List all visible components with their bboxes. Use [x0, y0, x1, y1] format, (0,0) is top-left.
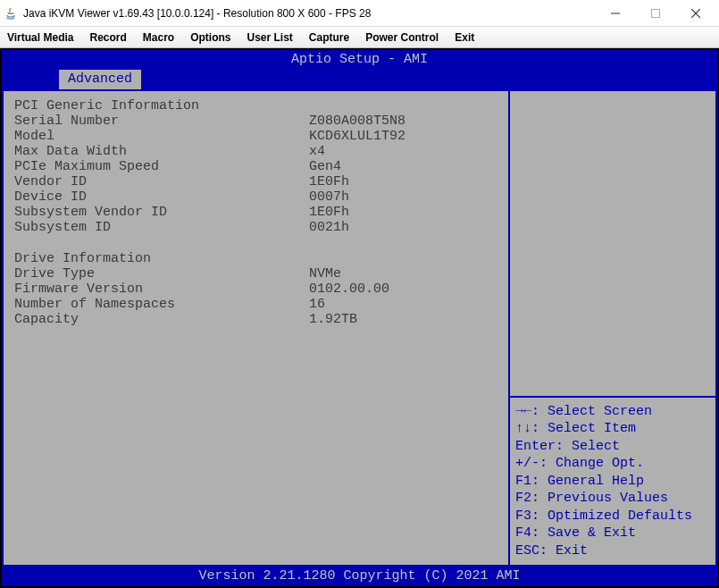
value-pcie-speed: Gen4: [309, 159, 497, 174]
value-model: KCD6XLUL1T92: [309, 129, 497, 144]
value-max-data-width: x4: [309, 144, 497, 159]
help-esc: ESC: Exit: [515, 542, 710, 560]
menu-macro[interactable]: Macro: [143, 31, 174, 44]
row-model: ModelKCD6XLUL1T92: [14, 129, 497, 144]
menu-user-list[interactable]: User List: [247, 31, 292, 44]
bios-help-top: [510, 91, 715, 396]
value-vendor-id: 1E0Fh: [309, 174, 497, 189]
label-serial-number: Serial Number: [14, 113, 309, 129]
window-titlebar: Java iKVM Viewer v1.69.43 [10.0.0.124] -…: [0, 0, 719, 27]
bios-main-panel: PCI Generic Information Serial NumberZ08…: [4, 91, 508, 565]
row-namespaces: Number of Namespaces16: [14, 297, 497, 312]
label-device-id: Device ID: [14, 189, 309, 205]
bios-header: Aptio Setup - AMI: [2, 50, 717, 70]
row-capacity: Capacity1.92TB: [14, 312, 497, 327]
row-drive-type: Drive TypeNVMe: [14, 266, 497, 281]
tab-advanced[interactable]: Advanced: [59, 70, 141, 89]
help-f1: F1: General Help: [515, 473, 710, 491]
label-subsys-id: Subsystem ID: [14, 220, 309, 235]
label-max-data-width: Max Data Width: [14, 144, 309, 159]
menu-capture[interactable]: Capture: [309, 31, 349, 44]
bios-side-panel: →←: Select Screen ↑↓: Select Item Enter:…: [508, 91, 715, 565]
java-icon: [4, 6, 18, 21]
help-select-item: ↑↓: Select Item: [515, 420, 710, 438]
maximize-button[interactable]: [635, 1, 675, 26]
row-pcie-speed: PCIe Maximum SpeedGen4: [14, 159, 497, 174]
value-subsys-id: 0021h: [309, 220, 497, 235]
row-vendor-id: Vendor ID1E0Fh: [14, 174, 497, 189]
value-namespaces: 16: [309, 297, 497, 312]
help-f2: F2: Previous Values: [515, 490, 710, 508]
minimize-icon: [611, 9, 620, 18]
menu-record[interactable]: Record: [89, 31, 126, 44]
label-namespaces: Number of Namespaces: [14, 297, 309, 312]
help-select-screen: →←: Select Screen: [515, 403, 710, 421]
drive-section-title: Drive Information: [14, 251, 497, 266]
svg-rect-1: [651, 9, 659, 17]
label-drive-type: Drive Type: [14, 266, 309, 281]
menu-exit[interactable]: Exit: [455, 31, 474, 44]
value-capacity: 1.92TB: [309, 312, 497, 327]
label-capacity: Capacity: [14, 312, 309, 327]
maximize-icon: [651, 9, 660, 18]
row-serial-number: Serial NumberZ080A008T5N8: [14, 113, 497, 129]
bios-help-keys: →←: Select Screen ↑↓: Select Item Enter:…: [510, 396, 715, 566]
label-firmware: Firmware Version: [14, 281, 309, 297]
help-enter: Enter: Select: [515, 438, 710, 456]
bios-tabs: Advanced: [2, 70, 717, 89]
window-title: Java iKVM Viewer v1.69.43 [10.0.0.124] -…: [23, 7, 595, 20]
row-max-data-width: Max Data Widthx4: [14, 144, 497, 159]
help-f4: F4: Save & Exit: [515, 525, 710, 542]
window-controls: [595, 1, 715, 26]
row-firmware: Firmware Version0102.00.00: [14, 281, 497, 297]
row-device-id: Device ID0007h: [14, 189, 497, 205]
label-pcie-speed: PCIe Maximum Speed: [14, 159, 309, 174]
section-spacer: [14, 235, 497, 251]
row-subsys-vendor-id: Subsystem Vendor ID1E0Fh: [14, 205, 497, 220]
bios-body: PCI Generic Information Serial NumberZ08…: [2, 89, 717, 567]
bios-container: Aptio Setup - AMI Advanced PCI Generic I…: [0, 48, 719, 588]
menu-virtual-media[interactable]: Virtual Media: [7, 31, 73, 44]
minimize-button[interactable]: [595, 1, 635, 26]
bios-screen: Aptio Setup - AMI Advanced PCI Generic I…: [2, 50, 717, 586]
help-f3: F3: Optimized Defaults: [515, 508, 710, 525]
label-vendor-id: Vendor ID: [14, 174, 309, 189]
value-device-id: 0007h: [309, 189, 497, 205]
menubar: Virtual Media Record Macro Options User …: [0, 27, 719, 48]
value-drive-type: NVMe: [309, 266, 497, 281]
menu-options[interactable]: Options: [190, 31, 230, 44]
value-subsys-vendor-id: 1E0Fh: [309, 205, 497, 220]
value-firmware: 0102.00.00: [309, 281, 497, 297]
bios-footer: Version 2.21.1280 Copyright (C) 2021 AMI: [2, 567, 717, 586]
row-subsys-id: Subsystem ID0021h: [14, 220, 497, 235]
menu-power-control[interactable]: Power Control: [365, 31, 439, 44]
help-change-opt: +/-: Change Opt.: [515, 455, 710, 473]
pci-section-title: PCI Generic Information: [14, 98, 497, 113]
label-model: Model: [14, 129, 309, 144]
label-subsys-vendor-id: Subsystem Vendor ID: [14, 205, 309, 220]
close-button[interactable]: [675, 1, 715, 26]
value-serial-number: Z080A008T5N8: [309, 113, 497, 129]
close-icon: [691, 9, 700, 18]
